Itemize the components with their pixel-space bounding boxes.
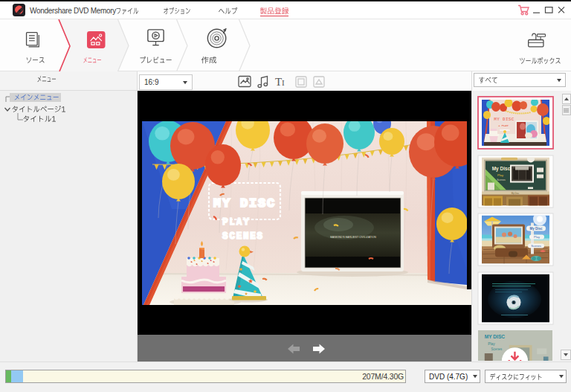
svg-text:SCENES: SCENES — [222, 231, 264, 242]
svg-text:My Disc: My Disc — [529, 227, 543, 231]
svg-text:Scenes: Scenes — [491, 347, 503, 351]
svg-text:Play: Play — [497, 173, 503, 177]
svg-text:MY DISC: MY DISC — [485, 334, 506, 339]
svg-text:MY DISC: MY DISC — [213, 196, 276, 211]
svg-text:T: T — [275, 76, 282, 88]
svg-text:Play: Play — [534, 235, 540, 239]
svg-text:Scenes: Scenes — [497, 179, 506, 181]
svg-text:I: I — [282, 78, 285, 87]
svg-text:+ PLAY: + PLAY — [498, 124, 509, 127]
svg-text:My Disc: My Disc — [512, 192, 520, 195]
svg-text:PLAY: PLAY — [222, 217, 251, 228]
svg-text:My Disc: My Disc — [492, 166, 511, 172]
svg-text:Scenes: Scenes — [531, 244, 541, 248]
svg-text:Play: Play — [488, 342, 495, 346]
svg-text:MY DISC: MY DISC — [494, 117, 514, 122]
svg-text:MANKIND'S EARLIEST CIVILIZATIO: MANKIND'S EARLIEST CIVILIZATION — [330, 236, 376, 239]
